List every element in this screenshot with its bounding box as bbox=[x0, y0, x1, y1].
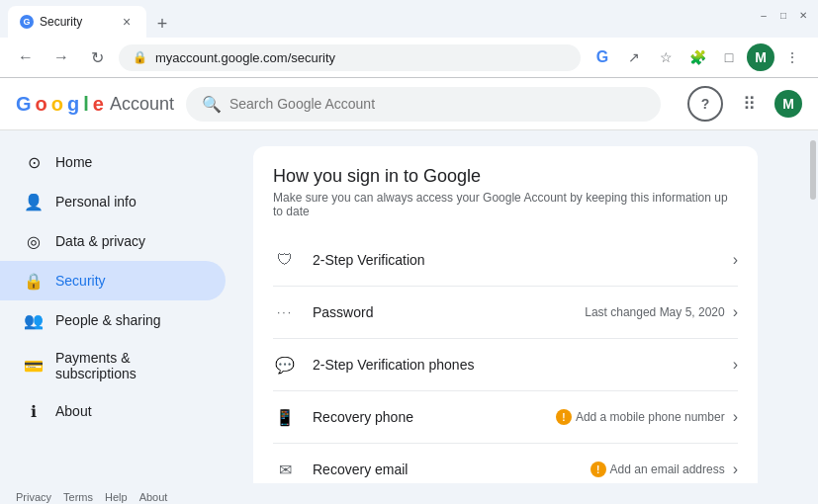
chevron-icon-password: › bbox=[733, 303, 738, 321]
footer-help[interactable]: Help bbox=[105, 491, 128, 503]
sidebar-item-data-privacy[interactable]: ◎ Data & privacy bbox=[0, 221, 226, 261]
active-tab[interactable]: G Security × bbox=[8, 6, 146, 38]
refresh-button[interactable]: ↻ bbox=[83, 43, 111, 71]
sidebar-label-personal-info: Personal info bbox=[55, 194, 136, 210]
sidebar-label-data-privacy: Data & privacy bbox=[55, 233, 145, 249]
shield-icon: 🛡 bbox=[273, 248, 297, 272]
option-label-2step: 2-Step Verification bbox=[313, 252, 733, 268]
apps-button[interactable]: ⠿ bbox=[731, 86, 767, 122]
menu-button[interactable]: ⋮ bbox=[778, 43, 806, 71]
browser-toolbar: G ↗ ☆ 🧩 □ M ⋮ bbox=[589, 43, 806, 71]
warning-text-email: Add an email address bbox=[610, 462, 725, 476]
warning-text-phone: Add a mobile phone number bbox=[576, 410, 725, 424]
option-password[interactable]: ··· Password Last changed May 5, 2020 › bbox=[273, 287, 738, 339]
option-recovery-phone[interactable]: 📱 Recovery phone ! Add a mobile phone nu… bbox=[273, 391, 738, 444]
content-area: ⊙ Home 👤 Personal info ◎ Data & privacy … bbox=[0, 130, 818, 483]
lock-icon: 🔒 bbox=[133, 50, 147, 64]
option-label-2step-phones: 2-Step Verification phones bbox=[313, 357, 733, 373]
chevron-icon-recovery-phone: › bbox=[733, 408, 738, 426]
help-button[interactable]: ? bbox=[687, 86, 723, 122]
footer-privacy[interactable]: Privacy bbox=[16, 491, 51, 503]
sidebar-label-payments: Payments & subscriptions bbox=[55, 350, 202, 381]
security-icon: 🔒 bbox=[24, 271, 44, 291]
header-avatar[interactable]: M bbox=[774, 90, 802, 118]
sidebar-item-about[interactable]: ℹ About bbox=[0, 391, 226, 431]
search-input[interactable] bbox=[229, 96, 645, 112]
option-recovery-email[interactable]: ✉ Recovery email ! Add an email address … bbox=[273, 444, 738, 483]
recovery-phone-warning: ! Add a mobile phone number bbox=[556, 409, 725, 425]
card-subtitle: Make sure you can always access your Goo… bbox=[273, 191, 738, 218]
home-icon: ⊙ bbox=[24, 152, 44, 172]
search-icon: 🔍 bbox=[202, 95, 222, 114]
option-2step-phones[interactable]: 💬 2-Step Verification phones › bbox=[273, 339, 738, 391]
recovery-email-warning: ! Add an email address bbox=[591, 462, 725, 477]
user-avatar[interactable]: M bbox=[747, 43, 774, 71]
phone-verify-icon: 💬 bbox=[273, 353, 297, 377]
logo-letter-o2: o bbox=[51, 93, 63, 116]
option-label-recovery-email: Recovery email bbox=[313, 462, 591, 477]
page-footer: Privacy Terms Help About bbox=[0, 483, 818, 504]
warning-dot-email: ! bbox=[591, 462, 606, 477]
privacy-icon: ◎ bbox=[24, 231, 44, 251]
minimize-button[interactable]: – bbox=[757, 8, 771, 22]
mobile-icon: 📱 bbox=[273, 405, 297, 429]
new-tab-button[interactable]: + bbox=[148, 10, 176, 38]
chevron-icon-2step-phones: › bbox=[733, 356, 738, 374]
sidebar-item-payments[interactable]: 💳 Payments & subscriptions bbox=[0, 340, 226, 391]
sidebar-label-people-sharing: People & sharing bbox=[55, 312, 161, 328]
chevron-icon-recovery-email: › bbox=[733, 461, 738, 478]
scrollbar-area[interactable] bbox=[808, 130, 818, 483]
browser-window: G Security × + – □ ✕ ← → ↻ 🔒 myaccount.g… bbox=[0, 0, 818, 78]
scrollbar-thumb[interactable] bbox=[810, 140, 816, 200]
address-bar: ← → ↻ 🔒 myaccount.google.com/security G … bbox=[0, 38, 818, 78]
people-icon: 👥 bbox=[24, 310, 44, 330]
sign-in-card: How you sign in to Google Make sure you … bbox=[253, 146, 758, 483]
sidebar-item-people-sharing[interactable]: 👥 People & sharing bbox=[0, 300, 226, 340]
logo-account: Account bbox=[110, 94, 174, 115]
option-label-recovery-phone: Recovery phone bbox=[313, 409, 556, 425]
about-icon: ℹ bbox=[24, 401, 44, 421]
chevron-icon-2step: › bbox=[733, 251, 738, 269]
sidebar-label-about: About bbox=[55, 403, 92, 419]
person-icon: 👤 bbox=[24, 192, 44, 211]
tab-close-button[interactable]: × bbox=[119, 14, 135, 30]
sidebar-item-home[interactable]: ⊙ Home bbox=[0, 142, 226, 182]
page: Google Account 🔍 ? ⠿ M ⊙ Home 👤 Personal… bbox=[0, 78, 818, 504]
sidebar-label-security: Security bbox=[55, 273, 106, 289]
footer-about[interactable]: About bbox=[139, 491, 168, 503]
tab-title: Security bbox=[40, 15, 82, 29]
url-bar[interactable]: 🔒 myaccount.google.com/security bbox=[119, 44, 581, 71]
logo-letter-o1: o bbox=[36, 93, 47, 116]
forward-button[interactable]: → bbox=[47, 43, 75, 71]
main-content: How you sign in to Google Make sure you … bbox=[237, 130, 808, 483]
page-header: Google Account 🔍 ? ⠿ M bbox=[0, 78, 818, 130]
google-icon[interactable]: G bbox=[589, 43, 616, 71]
search-bar[interactable]: 🔍 bbox=[186, 87, 661, 122]
share-icon[interactable]: ↗ bbox=[620, 43, 648, 71]
footer-terms[interactable]: Terms bbox=[63, 491, 93, 503]
logo-letter-g2: g bbox=[67, 93, 79, 116]
option-2step[interactable]: 🛡 2-Step Verification › bbox=[273, 234, 738, 287]
sidebar-item-personal-info[interactable]: 👤 Personal info bbox=[0, 182, 226, 221]
card-title: How you sign in to Google bbox=[273, 166, 738, 187]
close-window-button[interactable]: ✕ bbox=[796, 8, 810, 22]
option-label-password: Password bbox=[313, 304, 585, 320]
tab-favicon: G bbox=[20, 15, 34, 29]
logo-letter-l: l bbox=[83, 93, 89, 116]
maximize-button[interactable]: □ bbox=[776, 8, 790, 22]
password-icon: ··· bbox=[273, 300, 297, 324]
email-icon: ✉ bbox=[273, 458, 297, 481]
password-status: Last changed May 5, 2020 bbox=[585, 305, 724, 319]
bookmark-icon[interactable]: ☆ bbox=[652, 43, 680, 71]
profile-icon[interactable]: □ bbox=[715, 43, 743, 71]
url-text: myaccount.google.com/security bbox=[155, 50, 335, 65]
sidebar-item-security[interactable]: 🔒 Security bbox=[0, 261, 226, 300]
logo-letter-g: G bbox=[16, 93, 32, 116]
google-logo: Google Account bbox=[16, 93, 174, 116]
extension-icon[interactable]: 🧩 bbox=[683, 43, 711, 71]
header-icons: ? ⠿ M bbox=[687, 86, 802, 122]
back-button[interactable]: ← bbox=[12, 43, 40, 71]
warning-dot-phone: ! bbox=[556, 409, 572, 425]
sidebar: ⊙ Home 👤 Personal info ◎ Data & privacy … bbox=[0, 130, 237, 483]
sidebar-label-home: Home bbox=[55, 154, 92, 170]
